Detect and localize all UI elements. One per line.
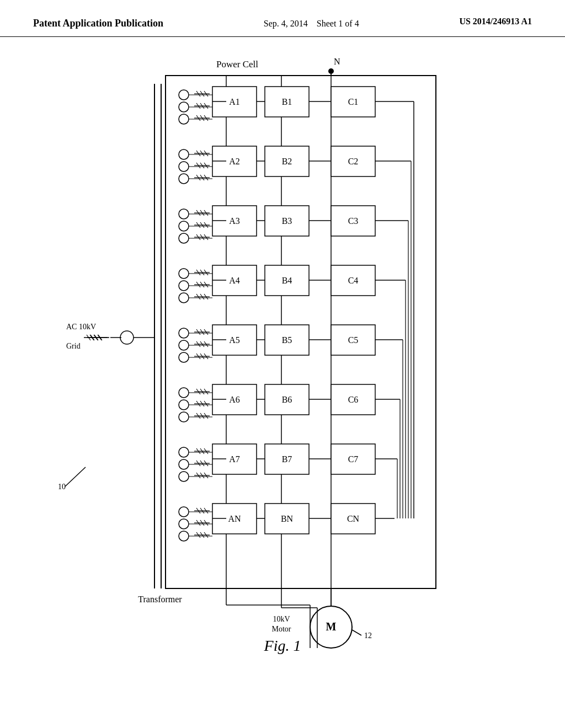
cell-c7-label: C7 xyxy=(348,454,359,464)
svg-point-26 xyxy=(179,149,189,159)
svg-point-64 xyxy=(179,293,189,303)
svg-point-80 xyxy=(179,328,189,338)
svg-point-98 xyxy=(179,388,189,398)
svg-point-10 xyxy=(179,114,189,124)
svg-point-62 xyxy=(179,269,189,279)
svg-point-116 xyxy=(179,447,189,457)
cell-c6-label: C6 xyxy=(348,395,359,404)
cell-cn-label: CN xyxy=(347,514,360,523)
cell-a5-label: A5 xyxy=(229,335,240,345)
svg-point-81 xyxy=(179,340,189,350)
svg-point-100 xyxy=(179,412,189,422)
motor-m-label: M xyxy=(326,620,337,633)
motor-10kv-label: 10kV xyxy=(273,615,290,623)
cell-a2-label: A2 xyxy=(229,157,240,166)
cell-c4-label: C4 xyxy=(348,276,359,285)
power-cell-label: Power Cell xyxy=(216,59,258,69)
cell-a7-label: A7 xyxy=(229,454,240,464)
svg-point-118 xyxy=(179,472,189,481)
cell-a1-label: A1 xyxy=(229,97,240,106)
cell-c2-label: C2 xyxy=(348,157,359,166)
svg-point-99 xyxy=(179,400,189,410)
cell-b2-label: B2 xyxy=(282,157,292,166)
header-date-sheet: Sep. 4, 2014 Sheet 1 of 4 xyxy=(264,17,359,31)
motor-label: Motor xyxy=(272,625,291,633)
ac-circle xyxy=(120,331,134,344)
svg-point-8 xyxy=(179,90,189,100)
cell-bn-label: BN xyxy=(281,514,294,523)
cell-b1-label: B1 xyxy=(282,97,292,106)
cell-b5-label: B5 xyxy=(282,335,292,345)
cell-b7-label: B7 xyxy=(282,454,292,464)
svg-point-134 xyxy=(179,507,189,517)
svg-point-117 xyxy=(179,459,189,469)
transformer-label: Transformer xyxy=(138,595,182,604)
svg-line-192 xyxy=(352,630,361,635)
svg-point-45 xyxy=(179,221,189,231)
svg-point-27 xyxy=(179,162,189,172)
svg-point-9 xyxy=(179,102,189,112)
diagram-area: text { font-family: 'Times New Roman', s… xyxy=(0,37,565,671)
publication-date: Sep. 4, 2014 xyxy=(264,19,308,28)
cell-a3-label: A3 xyxy=(229,216,240,226)
cell-b6-label: B6 xyxy=(282,395,292,404)
ac-10kv-label: AC 10kV xyxy=(66,323,96,331)
cell-c1-label: C1 xyxy=(348,97,359,106)
svg-point-44 xyxy=(179,209,189,219)
figure-label: Fig. 1 xyxy=(0,637,565,655)
svg-point-82 xyxy=(179,352,189,362)
svg-point-135 xyxy=(179,519,189,529)
patent-number: US 2014/246913 A1 xyxy=(459,17,532,26)
publication-title: Patent Application Publication xyxy=(33,17,163,30)
neutral-label: N xyxy=(334,57,340,66)
svg-point-63 xyxy=(179,281,189,291)
sheet-info: Sheet 1 of 4 xyxy=(317,19,359,28)
svg-point-28 xyxy=(179,174,189,184)
cell-a6-label: A6 xyxy=(229,395,240,404)
page-header: Patent Application Publication Sep. 4, 2… xyxy=(0,0,565,37)
svg-point-136 xyxy=(179,531,189,541)
cell-c5-label: C5 xyxy=(348,335,359,345)
cell-a4-label: A4 xyxy=(229,276,240,285)
ref-10-label: 10 xyxy=(58,483,66,491)
cell-an-label: AN xyxy=(228,514,241,523)
cell-c3-label: C3 xyxy=(348,216,359,226)
cell-b3-label: B3 xyxy=(282,216,292,226)
svg-line-7 xyxy=(65,467,86,486)
cell-b4-label: B4 xyxy=(282,276,292,285)
svg-point-46 xyxy=(179,233,189,243)
grid-label: Grid xyxy=(66,342,81,350)
